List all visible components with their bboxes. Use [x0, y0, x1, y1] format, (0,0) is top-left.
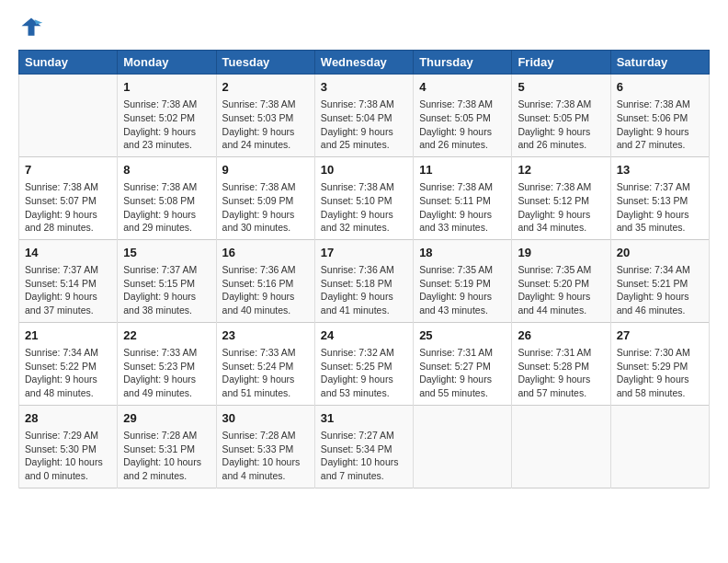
day-number: 25: [419, 327, 506, 344]
day-cell: [610, 405, 709, 488]
day-number: 6: [617, 79, 703, 96]
day-cell: 13Sunrise: 7:37 AMSunset: 5:13 PMDayligh…: [610, 156, 709, 239]
calendar-table: SundayMondayTuesdayWednesdayThursdayFrid…: [18, 50, 710, 488]
day-cell: 18Sunrise: 7:35 AMSunset: 5:19 PMDayligh…: [414, 239, 512, 322]
day-cell: 21Sunrise: 7:34 AMSunset: 5:22 PMDayligh…: [19, 322, 118, 405]
day-cell: 3Sunrise: 7:38 AMSunset: 5:04 PMDaylight…: [314, 75, 413, 157]
day-detail: Sunrise: 7:33 AMSunset: 5:24 PMDaylight:…: [222, 346, 309, 400]
week-row-2: 7Sunrise: 7:38 AMSunset: 5:07 PMDaylight…: [19, 156, 710, 239]
day-cell: 7Sunrise: 7:38 AMSunset: 5:07 PMDaylight…: [19, 156, 118, 239]
day-cell: 5Sunrise: 7:38 AMSunset: 5:05 PMDaylight…: [512, 75, 610, 157]
day-detail: Sunrise: 7:38 AMSunset: 5:05 PMDaylight:…: [419, 98, 506, 152]
day-cell: 9Sunrise: 7:38 AMSunset: 5:09 PMDaylight…: [216, 156, 314, 239]
day-number: 4: [419, 79, 506, 96]
day-number: 31: [321, 410, 407, 427]
day-detail: Sunrise: 7:31 AMSunset: 5:28 PMDaylight:…: [518, 346, 604, 400]
day-detail: Sunrise: 7:37 AMSunset: 5:14 PMDaylight:…: [25, 263, 111, 317]
day-detail: Sunrise: 7:38 AMSunset: 5:10 PMDaylight:…: [321, 180, 407, 235]
week-row-3: 14Sunrise: 7:37 AMSunset: 5:14 PMDayligh…: [19, 239, 710, 322]
day-cell: 26Sunrise: 7:31 AMSunset: 5:28 PMDayligh…: [512, 322, 610, 405]
day-detail: Sunrise: 7:33 AMSunset: 5:23 PMDaylight:…: [123, 346, 210, 400]
day-cell: 6Sunrise: 7:38 AMSunset: 5:06 PMDaylight…: [610, 75, 709, 157]
column-header-friday: Friday: [512, 51, 610, 75]
day-number: 27: [617, 327, 703, 344]
day-detail: Sunrise: 7:37 AMSunset: 5:15 PMDaylight:…: [123, 263, 210, 317]
column-header-sunday: Sunday: [19, 51, 118, 75]
day-detail: Sunrise: 7:37 AMSunset: 5:13 PMDaylight:…: [617, 180, 703, 235]
day-number: 17: [321, 245, 407, 261]
day-detail: Sunrise: 7:38 AMSunset: 5:07 PMDaylight:…: [25, 180, 111, 235]
day-number: 30: [222, 410, 309, 427]
day-number: 18: [419, 245, 506, 261]
day-number: 16: [222, 245, 309, 261]
day-detail: Sunrise: 7:32 AMSunset: 5:25 PMDaylight:…: [321, 346, 407, 400]
day-detail: Sunrise: 7:38 AMSunset: 5:02 PMDaylight:…: [123, 98, 210, 152]
day-number: 29: [123, 410, 210, 427]
day-number: 11: [419, 162, 506, 178]
day-number: 7: [25, 162, 111, 178]
day-cell: [414, 405, 512, 488]
day-detail: Sunrise: 7:38 AMSunset: 5:06 PMDaylight:…: [617, 98, 703, 152]
day-number: 3: [321, 79, 407, 96]
day-detail: Sunrise: 7:35 AMSunset: 5:20 PMDaylight:…: [518, 263, 604, 317]
day-number: 28: [25, 410, 111, 427]
day-cell: 19Sunrise: 7:35 AMSunset: 5:20 PMDayligh…: [512, 239, 610, 322]
day-cell: 2Sunrise: 7:38 AMSunset: 5:03 PMDaylight…: [216, 75, 314, 157]
week-row-4: 21Sunrise: 7:34 AMSunset: 5:22 PMDayligh…: [19, 322, 710, 405]
column-header-saturday: Saturday: [610, 51, 709, 75]
day-number: 26: [518, 327, 604, 344]
day-cell: 8Sunrise: 7:38 AMSunset: 5:08 PMDaylight…: [118, 156, 216, 239]
day-detail: Sunrise: 7:29 AMSunset: 5:30 PMDaylight:…: [25, 429, 111, 483]
day-cell: 11Sunrise: 7:38 AMSunset: 5:11 PMDayligh…: [414, 156, 512, 239]
column-header-monday: Monday: [118, 51, 216, 75]
day-cell: [19, 75, 118, 157]
day-detail: Sunrise: 7:34 AMSunset: 5:21 PMDaylight:…: [617, 263, 703, 317]
day-detail: Sunrise: 7:27 AMSunset: 5:34 PMDaylight:…: [321, 429, 407, 483]
day-detail: Sunrise: 7:28 AMSunset: 5:31 PMDaylight:…: [123, 429, 210, 483]
day-cell: 28Sunrise: 7:29 AMSunset: 5:30 PMDayligh…: [19, 405, 118, 488]
logo: [18, 15, 48, 40]
day-detail: Sunrise: 7:34 AMSunset: 5:22 PMDaylight:…: [25, 346, 111, 400]
day-cell: 17Sunrise: 7:36 AMSunset: 5:18 PMDayligh…: [314, 239, 413, 322]
day-cell: 29Sunrise: 7:28 AMSunset: 5:31 PMDayligh…: [118, 405, 216, 488]
day-cell: 23Sunrise: 7:33 AMSunset: 5:24 PMDayligh…: [216, 322, 314, 405]
day-detail: Sunrise: 7:38 AMSunset: 5:09 PMDaylight:…: [222, 180, 309, 235]
day-number: 13: [617, 162, 703, 178]
day-cell: 15Sunrise: 7:37 AMSunset: 5:15 PMDayligh…: [118, 239, 216, 322]
day-detail: Sunrise: 7:38 AMSunset: 5:05 PMDaylight:…: [518, 98, 604, 152]
day-number: 15: [123, 245, 210, 261]
day-cell: 16Sunrise: 7:36 AMSunset: 5:16 PMDayligh…: [216, 239, 314, 322]
header: [18, 15, 710, 40]
day-cell: 22Sunrise: 7:33 AMSunset: 5:23 PMDayligh…: [118, 322, 216, 405]
day-cell: 27Sunrise: 7:30 AMSunset: 5:29 PMDayligh…: [610, 322, 709, 405]
day-detail: Sunrise: 7:36 AMSunset: 5:18 PMDaylight:…: [321, 263, 407, 317]
column-header-tuesday: Tuesday: [216, 51, 314, 75]
day-number: 24: [321, 327, 407, 344]
column-header-thursday: Thursday: [414, 51, 512, 75]
day-detail: Sunrise: 7:38 AMSunset: 5:03 PMDaylight:…: [222, 98, 309, 152]
day-number: 8: [123, 162, 210, 178]
day-cell: 4Sunrise: 7:38 AMSunset: 5:05 PMDaylight…: [414, 75, 512, 157]
day-detail: Sunrise: 7:30 AMSunset: 5:29 PMDaylight:…: [617, 346, 703, 400]
day-detail: Sunrise: 7:38 AMSunset: 5:08 PMDaylight:…: [123, 180, 210, 235]
day-number: 21: [25, 327, 111, 344]
day-number: 19: [518, 245, 604, 261]
week-row-5: 28Sunrise: 7:29 AMSunset: 5:30 PMDayligh…: [19, 405, 710, 488]
day-detail: Sunrise: 7:38 AMSunset: 5:04 PMDaylight:…: [321, 98, 407, 152]
day-number: 1: [123, 79, 210, 96]
column-headers: SundayMondayTuesdayWednesdayThursdayFrid…: [19, 51, 710, 75]
day-detail: Sunrise: 7:35 AMSunset: 5:19 PMDaylight:…: [419, 263, 506, 317]
day-detail: Sunrise: 7:28 AMSunset: 5:33 PMDaylight:…: [222, 429, 309, 483]
svg-marker-0: [22, 18, 41, 36]
day-detail: Sunrise: 7:38 AMSunset: 5:11 PMDaylight:…: [419, 180, 506, 235]
calendar-page: SundayMondayTuesdayWednesdayThursdayFrid…: [0, 0, 728, 563]
day-number: 14: [25, 245, 111, 261]
day-number: 12: [518, 162, 604, 178]
day-cell: [512, 405, 610, 488]
day-detail: Sunrise: 7:38 AMSunset: 5:12 PMDaylight:…: [518, 180, 604, 235]
day-cell: 1Sunrise: 7:38 AMSunset: 5:02 PMDaylight…: [118, 75, 216, 157]
column-header-wednesday: Wednesday: [314, 51, 413, 75]
day-number: 5: [518, 79, 604, 96]
day-detail: Sunrise: 7:36 AMSunset: 5:16 PMDaylight:…: [222, 263, 309, 317]
day-number: 9: [222, 162, 309, 178]
